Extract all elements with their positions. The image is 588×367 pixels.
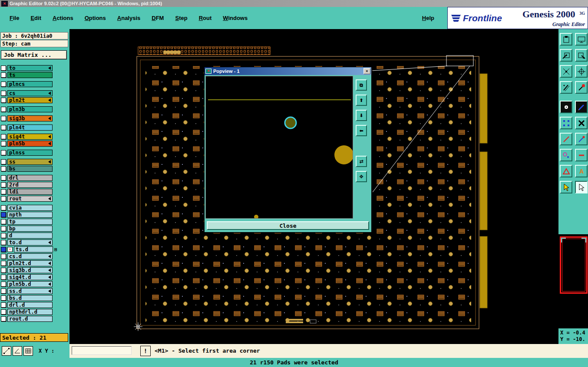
- layer-row-bs[interactable]: ✕ bs ⊞: [1, 165, 69, 172]
- layer-visibility-checkbox[interactable]: [1, 98, 6, 103]
- popview-canvas[interactable]: [205, 76, 353, 219]
- layer-visibility-checkbox[interactable]: [1, 166, 6, 171]
- overview-viewport-rect[interactable]: [560, 236, 588, 294]
- layer-select-cell[interactable]: to: [7, 65, 53, 71]
- layer-visibility-checkbox[interactable]: [1, 233, 6, 238]
- window-titlebar[interactable]: ✕ Graphic Editor 9.02c2 (00@HY-HYCAM-PC0…: [0, 0, 588, 7]
- menu-rout[interactable]: Rout: [199, 15, 212, 21]
- layer-visibility-checkbox[interactable]: [1, 189, 6, 194]
- layer-select-cell[interactable]: npthdrl.d: [7, 309, 53, 315]
- zoom-center-button[interactable]: [575, 65, 588, 78]
- layer-select-cell[interactable]: 2rd: [7, 182, 53, 188]
- layer-visibility-checkbox[interactable]: [1, 196, 6, 201]
- layer-row-drl[interactable]: ✕ drl ⊞: [1, 174, 69, 181]
- layer-select-cell[interactable]: pln4t: [7, 125, 53, 131]
- layer-select-cell[interactable]: to.d: [7, 239, 53, 246]
- layer-visibility-checkbox[interactable]: [1, 72, 6, 78]
- menu-windows[interactable]: Windows: [223, 15, 248, 21]
- layer-visibility-checkbox[interactable]: [1, 134, 6, 139]
- layer-row-sig4t.d[interactable]: ✕ sig4t.d ⊞: [1, 274, 69, 281]
- layer-select-cell[interactable]: cvia: [7, 205, 53, 211]
- layer-row-cs.d[interactable]: ✕ cs.d ⊞: [1, 253, 69, 260]
- layer-row-ldi[interactable]: ✕ ldi ⊞: [1, 188, 69, 195]
- layer-visibility-checkbox[interactable]: [1, 91, 6, 96]
- popview-dialog[interactable]: ✕ Popview - 1 × ⧉ ⬆ ⬇ ⬅: [204, 67, 372, 233]
- layer-visibility-checkbox[interactable]: [1, 275, 6, 280]
- layer-row-pln4t[interactable]: ✕ pln4t ⊞: [1, 124, 69, 131]
- layer-select-cell[interactable]: cs: [7, 90, 53, 96]
- angle-mode-button[interactable]: [13, 346, 22, 356]
- layer-visibility-checkbox[interactable]: [1, 288, 6, 294]
- line-endpoint-tool-button[interactable]: [575, 133, 588, 145]
- align-points-button[interactable]: [560, 117, 572, 129]
- layer-row-to.d[interactable]: ✕ to.d ⊞: [1, 239, 69, 246]
- pv-scroll-left-button[interactable]: ⬅: [356, 125, 367, 136]
- horizontal-line-tool-button[interactable]: [575, 149, 588, 161]
- select-mode-active-button[interactable]: [575, 181, 588, 193]
- layer-row-ss.d[interactable]: ✕ ss.d ⊞: [1, 288, 69, 295]
- point-display-button[interactable]: [560, 101, 572, 113]
- layer-visibility-checkbox[interactable]: [1, 261, 6, 266]
- layer-visibility-checkbox[interactable]: [1, 268, 6, 273]
- layer-row-rout.d[interactable]: ✕ rout.d ⊞: [1, 315, 69, 322]
- layer-row-sig4t[interactable]: ✕ sig4t ⊞: [1, 133, 69, 140]
- layer-row-plncs[interactable]: ✕ plncs ⊞: [1, 81, 69, 88]
- layer-row-pln5b.d[interactable]: ✕ pln5b.d ⊞: [1, 281, 69, 288]
- layer-visibility-checkbox[interactable]: [1, 182, 6, 187]
- menu-step[interactable]: Step: [175, 15, 187, 21]
- pv-zoom-fit-button[interactable]: ⇄: [356, 156, 367, 167]
- layer-row-bs.d[interactable]: ✕ bs.d ⊞: [1, 295, 69, 301]
- layer-visibility-checkbox[interactable]: [1, 219, 6, 224]
- layer-row-plnss[interactable]: ✕ plnss ⊞: [1, 149, 69, 156]
- alert-button[interactable]: !: [140, 346, 151, 356]
- layer-row-ts.d[interactable]: ✕ ts.d ⊞: [1, 246, 69, 253]
- layer-row-npthdrl.d[interactable]: ✕ npthdrl.d ⊞: [1, 308, 69, 315]
- layer-visibility-checkbox[interactable]: [1, 226, 6, 231]
- circle-tool-button[interactable]: [560, 149, 572, 161]
- layer-row-to[interactable]: ✕ to ⊞: [1, 65, 69, 72]
- pv-scroll-down-button[interactable]: ⬇: [356, 110, 367, 121]
- layer-select-cell[interactable]: ts.d: [14, 246, 53, 252]
- layer-select-cell[interactable]: pln5b: [7, 141, 53, 147]
- delete-tool-button[interactable]: [575, 117, 588, 129]
- layer-row-npth[interactable]: ✕ npth ⊞: [1, 211, 69, 218]
- probe-tool-button[interactable]: [575, 81, 588, 94]
- pv-scroll-up-button[interactable]: ⬆: [356, 95, 367, 106]
- layer-select-cell[interactable]: pln2t.d: [7, 260, 53, 266]
- layer-row-ts[interactable]: ✕ ts ⊞: [1, 72, 69, 79]
- popview-titlebar[interactable]: ✕ Popview - 1 ×: [205, 67, 371, 75]
- layer-select-cell[interactable]: npth: [7, 212, 53, 218]
- layer-select-cell[interactable]: ts: [7, 72, 53, 78]
- layer-row-sig3b.d[interactable]: ✕ sig3b.d ⊞: [1, 267, 69, 274]
- layer-visibility-checkbox[interactable]: [1, 141, 6, 146]
- layer-select-cell[interactable]: pln5b.d: [7, 281, 53, 287]
- layer-select-cell[interactable]: plncs: [7, 81, 53, 87]
- slope-mode-button[interactable]: [2, 346, 11, 356]
- layer-select-cell[interactable]: pln3b: [7, 106, 53, 112]
- text-tool-button[interactable]: A: [575, 165, 588, 177]
- layer-visibility-checkbox[interactable]: [1, 240, 6, 245]
- popview-close-button[interactable]: Close: [207, 221, 369, 230]
- pan-into-view-button[interactable]: [560, 49, 572, 62]
- layer-visibility-checkbox[interactable]: [1, 316, 6, 321]
- pan-out-of-view-button[interactable]: [575, 49, 588, 62]
- layer-select-cell[interactable]: ss: [7, 159, 53, 165]
- layer-select-cell[interactable]: bp: [7, 226, 53, 232]
- measure-tool-button[interactable]: [560, 81, 572, 94]
- layer-row-pln2t.d[interactable]: ✕ pln2t.d ⊞: [1, 260, 69, 267]
- layer-select-cell[interactable]: bs.d: [7, 295, 53, 301]
- layer-row-pln5b[interactable]: ✕ pln5b ⊞: [1, 140, 69, 147]
- layer-select-cell[interactable]: pln2t: [7, 97, 53, 103]
- overview-navigator[interactable]: [558, 234, 588, 328]
- layer-visibility-checkbox[interactable]: [1, 107, 6, 112]
- layer-visibility-checkbox[interactable]: [1, 309, 6, 315]
- layer-visibility-checkbox[interactable]: [1, 247, 6, 252]
- layer-visibility-checkbox[interactable]: [1, 282, 6, 287]
- layer-row-bp[interactable]: ✕ bp ⊞: [1, 225, 69, 232]
- layer-select-cell[interactable]: ss.d: [7, 288, 53, 294]
- layer-row-drl.d[interactable]: ✕ drl.d ⊞: [1, 301, 69, 308]
- menu-dfm[interactable]: DFM: [152, 15, 164, 21]
- layer-select-cell[interactable]: plnss: [7, 150, 53, 156]
- layer-row-cs[interactable]: ✕ cs ⊞: [1, 90, 69, 97]
- layer-select-cell[interactable]: d: [7, 233, 53, 239]
